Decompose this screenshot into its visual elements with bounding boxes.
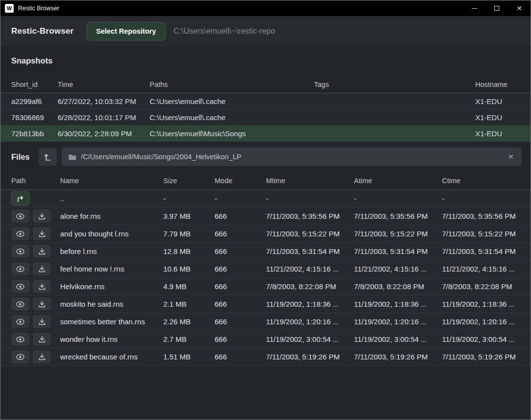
file-atime: 11/19/2002, 3:00:54 ...: [354, 335, 442, 343]
download-icon: [39, 354, 45, 360]
download-file-button[interactable]: [33, 280, 51, 293]
download-file-button[interactable]: [33, 245, 51, 258]
snapshot-row[interactable]: 76306869 6/28/2022, 10:01:17 PM C:\Users…: [0, 109, 531, 126]
file-size: 2.1 MB: [163, 300, 215, 308]
file-mtime: 7/8/2003, 8:22:08 PM: [266, 282, 354, 291]
snapshot-time: 6/27/2022, 10:03:32 PM: [58, 97, 150, 105]
file-mode: 666: [215, 212, 266, 220]
file-size: 3.97 MB: [163, 212, 215, 220]
file-row-actions: [11, 350, 60, 363]
file-ctime: 11/19/2002, 1:18:36 ...: [442, 300, 520, 308]
level-up-icon: [44, 153, 51, 161]
file-name: sometimes better than.rns: [60, 317, 163, 326]
preview-file-button[interactable]: [11, 262, 29, 275]
file-row: .. - - - - -: [0, 190, 531, 208]
download-file-button[interactable]: [33, 262, 51, 275]
header: Restic-Browser Select Repository C:\User…: [0, 16, 531, 46]
snapshot-row[interactable]: a2299af6 6/27/2022, 10:03:32 PM C:\Users…: [0, 93, 531, 109]
preview-file-button[interactable]: [11, 350, 29, 363]
file-row-actions: [11, 297, 60, 311]
file-mode: 666: [215, 317, 266, 326]
file-row-actions: [11, 227, 60, 240]
eye-icon: [16, 301, 24, 307]
download-file-button[interactable]: [33, 297, 51, 311]
preview-file-button[interactable]: [11, 280, 29, 293]
file-name: alone for.rns: [60, 212, 163, 220]
file-mtime: 11/21/2002, 4:15:16 ...: [266, 265, 354, 273]
file-atime: 11/19/2002, 1:20:16 ...: [354, 317, 442, 326]
file-atime: 7/11/2003, 5:31:54 PM: [354, 247, 442, 255]
file-size: 2.26 MB: [163, 317, 215, 326]
download-icon: [39, 213, 45, 220]
file-mode: 666: [215, 353, 266, 361]
download-icon: [39, 248, 45, 255]
file-ctime: 7/11/2003, 5:35:56 PM: [442, 212, 520, 220]
file-mtime: 11/19/2002, 1:18:36 ...: [266, 300, 354, 308]
file-atime: 7/11/2003, 5:15:22 PM: [354, 230, 442, 238]
download-file-button[interactable]: [33, 227, 51, 240]
file-name: and you thought l.rns: [60, 230, 163, 238]
file-size: 12.8 MB: [163, 247, 215, 255]
file-row: alone for.rns 3.97 MB 666 7/11/2003, 5:3…: [0, 208, 531, 225]
file-mtime: 7/11/2003, 5:19:26 PM: [266, 353, 354, 361]
preview-file-button[interactable]: [11, 333, 29, 346]
preview-file-button[interactable]: [11, 210, 29, 223]
file-atime: 11/21/2002, 4:15:16 ...: [354, 265, 442, 273]
preview-file-button[interactable]: [11, 297, 29, 311]
download-icon: [39, 336, 45, 343]
current-path-input[interactable]: /C/Users/emuell/Music/Songs/2004_Helveti…: [62, 147, 522, 166]
col-ctime: Ctime: [442, 177, 520, 185]
file-size: 2.7 MB: [163, 335, 215, 343]
file-mtime: 7/11/2003, 5:15:22 PM: [266, 230, 354, 238]
snapshot-short-id: a2299af6: [11, 97, 58, 105]
titlebar: W Restic Browser ✕: [0, 0, 531, 16]
file-name: ..: [60, 194, 163, 203]
eye-icon: [16, 266, 24, 272]
file-row: and you thought l.rns 7.79 MB 666 7/11/2…: [0, 225, 531, 243]
files-table-header: Path Name Size Mode Mtime Atime Ctime: [0, 172, 531, 190]
file-size: 1.51 MB: [163, 353, 215, 361]
go-up-button[interactable]: [39, 148, 57, 166]
download-icon: [39, 301, 45, 308]
file-ctime: -: [442, 194, 520, 203]
file-ctime: 11/21/2002, 4:15:16 ...: [442, 265, 520, 273]
file-atime: 7/11/2003, 5:19:26 PM: [354, 353, 442, 361]
snapshot-short-id: 76306869: [11, 113, 58, 122]
select-repository-button[interactable]: Select Repository: [87, 22, 166, 41]
maximize-button[interactable]: [486, 0, 508, 16]
clear-path-button[interactable]: ✕: [507, 152, 515, 161]
file-size: -: [163, 194, 215, 203]
download-file-button[interactable]: [33, 315, 51, 328]
parent-dir-button[interactable]: [11, 191, 29, 206]
file-name: moskito he said.rns: [60, 300, 163, 308]
snapshot-paths: C:\Users\emuell\.cache: [150, 113, 314, 122]
download-file-button[interactable]: [33, 333, 51, 346]
col-tags: Tags: [314, 81, 475, 88]
snapshot-hostname: X1-EDU: [475, 97, 520, 105]
download-file-button[interactable]: [33, 210, 51, 223]
eye-icon: [16, 231, 24, 237]
file-mtime: 7/11/2003, 5:31:54 PM: [266, 247, 354, 255]
col-atime: Atime: [354, 177, 442, 185]
col-name: Name: [60, 177, 163, 185]
minimize-button[interactable]: [463, 0, 486, 16]
file-name: before l.rns: [60, 247, 163, 255]
col-time: Time: [58, 81, 150, 88]
download-file-button[interactable]: [33, 350, 51, 363]
snapshot-row[interactable]: 72b813bb 6/30/2022, 2:28:09 PM C:\Users\…: [0, 126, 531, 142]
preview-file-button[interactable]: [11, 315, 29, 328]
window-controls: ✕: [463, 0, 531, 16]
snapshots-table-body: a2299af6 6/27/2022, 10:03:32 PM C:\Users…: [0, 93, 531, 142]
preview-file-button[interactable]: [11, 245, 29, 258]
maximize-icon: [494, 6, 499, 11]
col-size: Size: [163, 177, 215, 185]
file-row-actions: [11, 262, 60, 275]
col-mtime: Mtime: [266, 177, 354, 185]
close-button[interactable]: ✕: [508, 0, 531, 16]
file-row-actions: [11, 191, 60, 206]
file-row: before l.rns 12.8 MB 666 7/11/2003, 5:31…: [0, 243, 531, 260]
preview-file-button[interactable]: [11, 227, 29, 240]
file-mtime: 11/19/2002, 1:20:16 ...: [266, 317, 354, 326]
arrow-up-right-icon: [17, 195, 24, 202]
file-mtime: -: [266, 194, 354, 203]
